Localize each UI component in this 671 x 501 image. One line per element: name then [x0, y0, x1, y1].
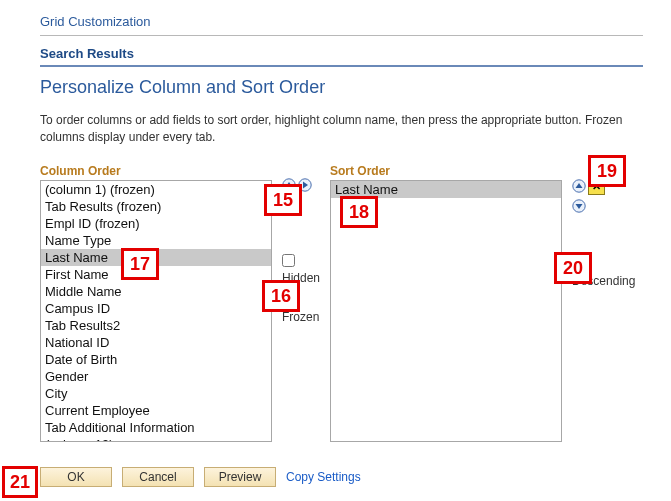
column-order-item[interactable]: Date of Birth [41, 351, 271, 368]
column-order-item[interactable]: (column 1) (frozen) [41, 181, 271, 198]
copy-settings-link[interactable]: Copy Settings [286, 470, 361, 484]
column-order-item[interactable]: Tab Results (frozen) [41, 198, 271, 215]
move-up-icon[interactable] [282, 178, 296, 192]
descending-label: Descending [572, 274, 635, 288]
ok-button[interactable]: OK [40, 467, 112, 487]
hidden-label: Hidden [282, 271, 320, 285]
preview-button[interactable]: Preview [204, 467, 276, 487]
column-order-item[interactable]: Last Name [41, 249, 271, 266]
page-title: Personalize Column and Sort Order [40, 77, 671, 98]
instructions-text: To order columns or add fields to sort o… [40, 112, 631, 146]
column-order-item[interactable]: Middle Name [41, 283, 271, 300]
column-order-item[interactable]: Tab Results2 [41, 317, 271, 334]
move-down-icon[interactable] [282, 196, 296, 210]
callout-21: 21 [2, 466, 38, 498]
sort-order-listbox[interactable]: Last Name [330, 180, 562, 442]
move-right-icon[interactable] [298, 178, 312, 192]
column-order-item[interactable]: Gender [41, 368, 271, 385]
descending-checkbox[interactable] [572, 257, 585, 270]
column-order-item[interactable]: Current Employee [41, 402, 271, 419]
column-order-item[interactable]: First Name [41, 266, 271, 283]
sort-order-options: Descending [572, 257, 635, 288]
section-title-search-results: Search Results [40, 46, 671, 61]
column-order-panel: Column Order (column 1) (frozen)Tab Resu… [40, 164, 272, 442]
sort-move-up-icon[interactable] [572, 179, 586, 193]
frozen-label: Frozen [282, 310, 319, 324]
sort-order-item[interactable]: Last Name [331, 181, 561, 198]
column-order-listbox[interactable]: (column 1) (frozen)Tab Results (frozen)E… [40, 180, 272, 442]
tab-grid-customization[interactable]: Grid Customization [40, 10, 151, 35]
column-order-options: Hidden Frozen [282, 254, 320, 324]
column-order-item[interactable]: Tab Additional Information [41, 419, 271, 436]
sort-order-panel: Sort Order Last Name [330, 164, 562, 442]
column-order-item[interactable]: Campus ID [41, 300, 271, 317]
column-order-item[interactable]: Name Type [41, 232, 271, 249]
button-bar: OK Cancel Preview Copy Settings [40, 467, 361, 487]
column-order-item[interactable]: City [41, 385, 271, 402]
column-order-item[interactable]: National ID [41, 334, 271, 351]
sort-move-down-icon[interactable] [572, 199, 586, 213]
sort-order-controls: ✕ Descending [572, 164, 635, 288]
column-order-item[interactable]: (column 19) [41, 436, 271, 442]
frozen-checkbox[interactable] [282, 293, 295, 306]
column-order-controls: Hidden Frozen [282, 164, 320, 324]
column-order-item[interactable]: Empl ID (frozen) [41, 215, 271, 232]
sort-order-header: Sort Order [330, 164, 562, 178]
cancel-button[interactable]: Cancel [122, 467, 194, 487]
section-underline [40, 65, 643, 67]
column-order-header: Column Order [40, 164, 272, 178]
hidden-checkbox[interactable] [282, 254, 295, 267]
remove-sort-icon[interactable]: ✕ [588, 178, 605, 195]
